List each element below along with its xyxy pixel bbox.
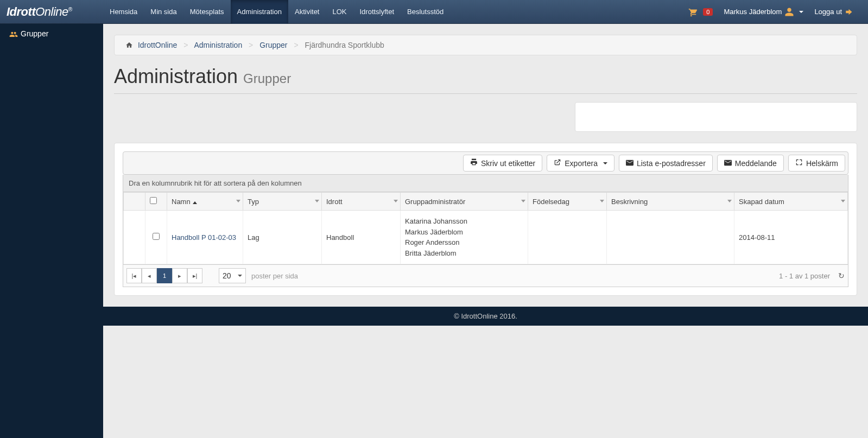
col-sport[interactable]: Idrott <box>322 193 401 211</box>
export-icon <box>554 158 561 168</box>
nav-idrottslyftet[interactable]: Idrottslyftet <box>353 0 401 24</box>
pager-first[interactable]: |◂ <box>126 268 142 283</box>
cell-sport: Handboll <box>322 211 401 264</box>
sidebar-item-label: Grupper <box>21 29 48 38</box>
logout-icon <box>845 8 854 16</box>
user-name: Markus Jäderblom <box>724 8 782 16</box>
sidebar-item-grupper[interactable]: Grupper <box>0 24 103 43</box>
breadcrumb-home[interactable]: IdrottOnline <box>138 41 177 49</box>
row-expand[interactable] <box>124 211 145 264</box>
nav-beslutsstod[interactable]: Beslutsstöd <box>401 0 450 24</box>
breadcrumb: IdrottOnline > Administration > Grupper … <box>114 35 857 55</box>
logout-label: Logga ut <box>814 8 842 16</box>
pager-prev[interactable]: ◂ <box>142 268 157 283</box>
nav-hemsida[interactable]: Hemsida <box>103 0 144 24</box>
export-label: Exportera <box>565 159 598 168</box>
group-link[interactable]: Handboll P 01-02-03 <box>172 233 236 242</box>
sidebar: Grupper <box>0 24 103 438</box>
page-title-main: Administration <box>114 65 238 87</box>
column-menu-icon[interactable] <box>727 200 732 202</box>
info-box <box>575 102 857 132</box>
chevron-down-icon <box>603 162 607 164</box>
column-menu-icon[interactable] <box>394 200 398 202</box>
export-button[interactable]: Exportera <box>547 155 614 172</box>
table-row: Handboll P 01-02-03 Lag Handboll Katarin… <box>124 211 848 264</box>
pager-info-text: 1 - 1 av 1 poster <box>779 272 830 280</box>
nav-motesplats[interactable]: Mötesplats <box>183 0 231 24</box>
top-navigation: IdrottOnline® Hemsida Min sida Mötesplat… <box>0 0 868 24</box>
select-all-checkbox[interactable] <box>150 197 157 204</box>
group-icon <box>9 30 18 37</box>
page-title: Administration Grupper <box>114 65 857 94</box>
print-labels-button[interactable]: Skriv ut etiketter <box>463 155 542 172</box>
admin-name: Roger Andersson <box>405 237 523 248</box>
col-expand[interactable] <box>124 193 145 211</box>
list-emails-button[interactable]: Lista e-postadresser <box>619 155 713 172</box>
sidebar-active-arrow <box>103 29 107 38</box>
col-created[interactable]: Skapad datum <box>734 193 848 211</box>
table-header-row: Namn Typ Idrott Gruppadministratör Födel… <box>124 193 848 211</box>
list-emails-label: Lista e-postadresser <box>637 159 706 168</box>
cell-desc <box>607 211 734 264</box>
column-menu-icon[interactable] <box>841 200 845 202</box>
nav-administration[interactable]: Administration <box>231 0 288 24</box>
col-name[interactable]: Namn <box>167 193 243 211</box>
envelope-icon <box>724 159 732 168</box>
cell-admins: Katarina Johansson Markus Jäderblom Roge… <box>401 211 528 264</box>
brand-logo[interactable]: IdrottOnline® <box>0 5 103 19</box>
breadcrumb-administration[interactable]: Administration <box>194 41 242 49</box>
column-menu-icon[interactable] <box>315 200 319 202</box>
user-menu[interactable]: Markus Jäderblom <box>718 7 809 17</box>
cart-button[interactable]: 0 <box>680 8 718 16</box>
grid-panel: Skriv ut etiketter Exportera Lista e-pos… <box>114 143 857 296</box>
logout-button[interactable]: Logga ut <box>809 8 863 16</box>
group-by-hint[interactable]: Dra en kolumnrubrik hit för att sortera … <box>123 175 848 192</box>
fullscreen-button[interactable]: Helskärm <box>788 155 845 172</box>
row-select[interactable] <box>145 211 167 264</box>
cart-badge: 0 <box>703 8 713 16</box>
column-menu-icon[interactable] <box>600 200 604 202</box>
col-birthday[interactable]: Födelsedag <box>528 193 607 211</box>
page-size-value: 20 <box>223 271 231 280</box>
breadcrumb-grupper[interactable]: Grupper <box>259 41 287 49</box>
nav-min-sida[interactable]: Min sida <box>144 0 183 24</box>
pager-page-1[interactable]: 1 <box>157 268 172 283</box>
user-icon <box>784 7 794 17</box>
chevron-down-icon <box>799 11 803 13</box>
page-size-select[interactable]: 20 <box>219 268 246 283</box>
per-page-label: poster per sida <box>251 272 298 280</box>
col-desc[interactable]: Beskrivning <box>607 193 734 211</box>
sort-asc-icon <box>193 201 197 204</box>
main-nav: Hemsida Min sida Mötesplats Administrati… <box>103 0 450 24</box>
data-grid: Namn Typ Idrott Gruppadministratör Födel… <box>123 192 848 265</box>
page-title-sub: Grupper <box>243 71 291 86</box>
admin-name: Britta Jäderblom <box>405 248 523 259</box>
pager-next[interactable]: ▸ <box>172 268 187 283</box>
envelope-icon <box>626 159 633 168</box>
footer: © IdrottOnline 2016. <box>103 307 868 326</box>
refresh-button[interactable]: ↻ <box>838 271 845 280</box>
grid-toolbar: Skriv ut etiketter Exportera Lista e-pos… <box>123 151 848 175</box>
fullscreen-label: Helskärm <box>806 159 838 168</box>
cart-icon <box>688 8 698 16</box>
top-right-controls: 0 Markus Jäderblom Logga ut <box>680 0 868 24</box>
col-select-all[interactable] <box>145 193 167 211</box>
cell-birthday <box>528 211 607 264</box>
breadcrumb-current: Fjärdhundra Sportklubb <box>305 41 384 49</box>
col-type[interactable]: Typ <box>243 193 322 211</box>
column-menu-icon[interactable] <box>521 200 525 202</box>
column-menu-icon[interactable] <box>236 200 240 202</box>
print-icon <box>470 158 478 168</box>
message-button[interactable]: Meddelande <box>717 155 784 172</box>
pager-last[interactable]: ▸| <box>187 268 202 283</box>
nav-aktivitet[interactable]: Aktivitet <box>288 0 326 24</box>
chevron-down-icon <box>238 275 242 277</box>
cell-created: 2014-08-11 <box>734 211 848 264</box>
home-icon <box>125 41 133 48</box>
col-admin[interactable]: Gruppadministratör <box>401 193 528 211</box>
admin-name: Katarina Johansson <box>405 216 523 227</box>
row-checkbox[interactable] <box>153 233 160 240</box>
pager: |◂ ◂ 1 ▸ ▸| 20 poster per sida 1 - 1 av … <box>123 265 848 287</box>
print-labels-label: Skriv ut etiketter <box>481 159 535 168</box>
nav-lok[interactable]: LOK <box>326 0 353 24</box>
